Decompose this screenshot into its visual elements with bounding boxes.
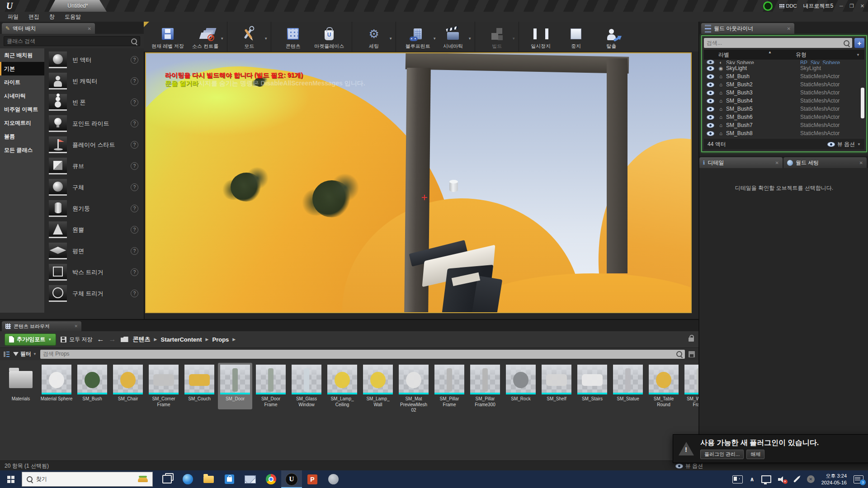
breadcrumb-item-2[interactable]: Props (212, 336, 229, 343)
save-button[interactable]: 현재 레벨 저장 (148, 22, 188, 52)
asset-tile[interactable]: SM_Rock (504, 363, 538, 409)
place-item[interactable]: 빈 캐릭터? (44, 70, 144, 92)
start-button[interactable] (0, 470, 22, 488)
help-icon[interactable]: ? (131, 120, 138, 127)
help-icon[interactable]: ? (131, 99, 138, 106)
asset-tile[interactable]: SM_Bush (75, 363, 109, 409)
asset-tile[interactable]: Material Sphere (39, 363, 74, 409)
outliner-row[interactable]: ⌂SM_Bush5StaticMeshActor (704, 105, 864, 113)
outliner-row[interactable]: ⌂SM_Bush2StaticMeshActor (704, 80, 864, 89)
tab-world-outliner[interactable]: 월드 아웃라이너 ✕ (701, 23, 794, 34)
save-all-button[interactable]: 모두 저장 (61, 336, 92, 343)
close-circle-icon[interactable]: ✕ (807, 475, 815, 483)
path-folder-icon[interactable] (121, 337, 128, 342)
place-item[interactable]: 플레이어 스타트? (44, 134, 144, 155)
menu-item-1[interactable]: 편집 (24, 12, 44, 22)
taskbar-app-unreal[interactable]: U (281, 470, 302, 488)
asset-tile[interactable]: SM_Lamp_ Ceiling (325, 363, 359, 409)
widgets-icon[interactable] (732, 475, 743, 483)
taskbar-clock[interactable]: 오후 3:24 2024-05-16 (821, 473, 847, 486)
taskbar-app-task-view[interactable] (156, 470, 177, 488)
taskbar-app-github[interactable] (323, 470, 344, 488)
viewport[interactable]: 라이팅을 다시 빌드해야 합니다 (빌드 필요: 91개) 문을 열거라시지를 … (145, 52, 692, 313)
column-label[interactable]: 라벨 (704, 51, 796, 59)
outliner-row[interactable]: ⌂SM_Bush8StaticMeshActor (704, 129, 864, 137)
tab-world-settings[interactable]: 월드 세팅 ✕ (783, 157, 867, 168)
place-item[interactable]: 빈 폰? (44, 92, 144, 113)
outliner-column-header[interactable]: ▲ 라벨 유형▼ (704, 50, 864, 60)
asset-tile[interactable]: SM_Glass Window (289, 363, 324, 409)
menu-item-2[interactable]: 창 (44, 12, 60, 22)
level-tab[interactable]: Untitled* (49, 0, 107, 12)
close-button[interactable]: ✕ (860, 3, 864, 9)
asset-tile[interactable]: SM_Table Round (646, 363, 681, 409)
outliner-view-options-button[interactable]: 뷰 옵션▼ (827, 141, 861, 148)
help-icon[interactable]: ? (131, 77, 138, 85)
asset-tile[interactable]: SM_Chair (111, 363, 145, 409)
asset-tile[interactable]: SM_Door Frame (254, 363, 288, 409)
manage-plugins-button[interactable]: 플러그인 관리... (700, 450, 744, 459)
volume-muted-icon[interactable]: ✕ (778, 476, 786, 483)
tab-place-actors[interactable]: ✎ 액터 배치 ✕ (2, 23, 95, 34)
outliner-row[interactable]: ⌂SM_Bush6StaticMeshActor (704, 113, 864, 121)
settings-button[interactable]: ▼세팅 (356, 22, 392, 52)
outliner-row[interactable]: ◉SkyLightSkyLight (704, 64, 864, 72)
category-지오메트리[interactable]: 지오메트리 (0, 116, 44, 130)
taskbar-search-input[interactable]: 찾기 (22, 472, 153, 487)
asset-tile[interactable]: SM_Mat PreviewMesh 02 (396, 363, 431, 415)
close-icon[interactable]: ✕ (859, 160, 863, 165)
taskbar-app-file-explorer[interactable] (198, 470, 219, 488)
help-icon[interactable]: ? (131, 205, 138, 212)
monitor-icon[interactable] (761, 475, 771, 483)
eye-icon[interactable] (707, 115, 714, 120)
place-item[interactable]: 큐브? (44, 155, 144, 177)
marketplace-button[interactable]: 마켓플레이스 (311, 22, 348, 52)
asset-tile[interactable]: SM_Pillar Frame (432, 363, 467, 409)
outliner-search-input[interactable]: 검색... (704, 38, 852, 48)
close-icon[interactable]: ✕ (787, 26, 791, 31)
tab-details[interactable]: ℹ 디테일 ✕ (699, 157, 783, 168)
asset-tile[interactable]: SM_Statue (611, 363, 645, 409)
place-item[interactable]: 원기둥? (44, 198, 144, 219)
place-item[interactable]: 박스 트리거? (44, 262, 144, 283)
place-item[interactable]: 구체 트리거? (44, 283, 144, 304)
modes-button[interactable]: ▼모드 (231, 22, 267, 52)
place-item[interactable]: 빈 액터? (44, 49, 144, 70)
dismiss-button[interactable]: 해제 (746, 450, 764, 459)
close-icon[interactable]: ✕ (88, 26, 91, 31)
outliner-row[interactable]: ◐Sky SphereBP_Sky_Sphere (704, 60, 864, 64)
back-button[interactable]: ← (97, 335, 104, 343)
help-icon[interactable]: ? (131, 290, 138, 297)
outliner-row[interactable]: ⌂SM_BushStaticMeshActor (704, 72, 864, 80)
tab-content-browser[interactable]: 콘텐츠 브라우저 ✕ (2, 321, 81, 331)
class-search-input[interactable]: 클래스 검색 (4, 36, 140, 46)
menu-item-0[interactable]: 파일 (3, 12, 24, 22)
outliner-row[interactable]: ⌂SM_Bush7StaticMeshActor (704, 121, 864, 129)
eye-icon[interactable] (707, 107, 714, 112)
outliner-scrollbar[interactable] (861, 88, 864, 118)
filter-button[interactable]: 필터 ▼ (13, 350, 37, 358)
category-시네마틱[interactable]: 시네마틱 (0, 89, 44, 103)
action-center-icon[interactable]: 3 (854, 475, 863, 483)
pen-icon[interactable] (793, 476, 800, 482)
asset-tile[interactable]: SM_Corner Frame (146, 363, 181, 409)
content-view-options-button[interactable]: 뷰 옵션 (675, 462, 703, 470)
content-button[interactable]: 콘텐츠 (275, 22, 311, 52)
eye-icon[interactable] (707, 66, 714, 71)
asset-search-input[interactable]: 검색 Props (40, 350, 685, 359)
help-icon[interactable]: ? (131, 141, 138, 149)
blueprints-button[interactable]: ▼블루프린트 (400, 22, 435, 52)
maximize-button[interactable]: ❐ (849, 3, 854, 9)
outliner-row[interactable]: ⌂SM_Bush3StaticMeshActor (704, 89, 864, 97)
close-icon[interactable]: ✕ (74, 324, 78, 328)
asset-tile[interactable]: SM_Shelf (539, 363, 574, 409)
taskbar-app-chrome[interactable] (260, 470, 281, 488)
forward-button[interactable]: → (109, 335, 116, 343)
category-볼륨[interactable]: 볼륨 (0, 130, 44, 143)
eye-icon[interactable] (707, 131, 714, 136)
help-icon[interactable]: ? (131, 226, 138, 234)
place-item[interactable]: 평면? (44, 240, 144, 262)
place-item[interactable]: 포인트 라이트? (44, 113, 144, 134)
eye-icon[interactable] (707, 82, 714, 87)
chevron-up-icon[interactable]: ∧ (750, 476, 755, 483)
